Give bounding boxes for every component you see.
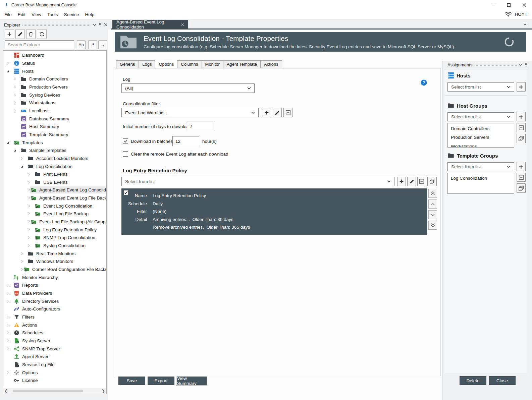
tree-item-corner-bowl-configuration-file-backup[interactable]: Corner Bowl Configuration File Backup bbox=[3, 266, 106, 274]
menu-service[interactable]: Service bbox=[61, 10, 82, 19]
tree-item-data-providers[interactable]: Data Providers bbox=[3, 289, 106, 297]
tree-item-event-log-consolidation[interactable]: Event Log Consolidation bbox=[3, 202, 106, 210]
tab-list-chevron-icon[interactable] bbox=[523, 23, 527, 25]
log-combo[interactable]: (All) bbox=[121, 83, 255, 93]
template-groups-combo[interactable]: Select from list bbox=[447, 162, 514, 171]
tree-expanded-arrow-icon[interactable] bbox=[13, 149, 20, 152]
menu-edit[interactable]: Edit bbox=[15, 10, 29, 19]
tree-item-localhost[interactable]: Localhost bbox=[3, 107, 106, 115]
tree-item-monitor-hierarchy[interactable]: Monitor Hierarchy bbox=[3, 273, 106, 281]
list-item-production-servers[interactable]: Production Servers bbox=[448, 133, 514, 142]
menu-file[interactable]: File bbox=[1, 10, 15, 19]
search-go-button[interactable]: → bbox=[98, 40, 107, 49]
tree-collapsed-arrow-icon[interactable] bbox=[6, 299, 13, 303]
tab-agent-template[interactable]: Agent Template bbox=[223, 60, 261, 68]
retention-combo[interactable]: Select from list bbox=[121, 177, 394, 186]
host-groups-combo[interactable]: Select from list bbox=[447, 112, 514, 121]
tree-item-sample-templates[interactable]: Sample Templates bbox=[3, 147, 106, 155]
consolidation-filter-combo[interactable]: Event Log Warning + bbox=[121, 108, 259, 117]
explorer-close-icon[interactable] bbox=[104, 23, 107, 26]
tree-item-snmp-trap-consolidation[interactable]: SNMP Trap Consolidation bbox=[3, 234, 106, 242]
tree-horizontal-scrollbar[interactable]: ❮ ❯ bbox=[3, 388, 106, 394]
tree-collapsed-arrow-icon[interactable] bbox=[6, 339, 13, 343]
explorer-edit-button[interactable] bbox=[15, 29, 25, 39]
tree-item-license[interactable]: License bbox=[3, 377, 106, 385]
move-top-button[interactable] bbox=[428, 189, 437, 198]
tree-item-log-consolidation[interactable]: Log Consolidation bbox=[3, 162, 106, 170]
tree-collapsed-arrow-icon[interactable] bbox=[6, 61, 13, 65]
tree-collapsed-arrow-icon[interactable] bbox=[28, 228, 34, 232]
list-item-log-consolidation[interactable]: Log Consolidation bbox=[448, 174, 514, 183]
tree-item-directory-services[interactable]: Directory Services bbox=[3, 297, 106, 305]
tree-collapsed-arrow-icon[interactable] bbox=[13, 85, 20, 89]
retention-item-checkbox[interactable] bbox=[123, 190, 128, 195]
tree-collapsed-arrow-icon[interactable] bbox=[28, 180, 34, 184]
tree-item-schedules[interactable]: Schedules bbox=[3, 329, 106, 337]
tree-item-options[interactable]: Options bbox=[3, 368, 106, 377]
tree-collapsed-arrow-icon[interactable] bbox=[20, 252, 27, 255]
scroll-left-arrow[interactable]: ❮ bbox=[3, 388, 9, 394]
tree-collapsed-arrow-icon[interactable] bbox=[6, 347, 13, 351]
scroll-right-arrow[interactable]: ❯ bbox=[101, 388, 106, 394]
template-groups-remove-button[interactable] bbox=[517, 173, 526, 182]
host-groups-copy-button[interactable] bbox=[517, 134, 526, 143]
retention-remove-button[interactable] bbox=[417, 177, 426, 186]
scroll-thumb[interactable] bbox=[13, 390, 83, 392]
document-tab[interactable]: Agent-Based Event Log Consolidation bbox=[112, 20, 188, 29]
list-item-workstations[interactable]: Workstations bbox=[448, 142, 514, 148]
tree-item-real-time-monitors[interactable]: Real-Time Monitors bbox=[3, 249, 106, 258]
move-bottom-button[interactable] bbox=[428, 221, 437, 230]
tree-collapsed-arrow-icon[interactable] bbox=[20, 260, 27, 263]
tree-item-print-events[interactable]: Print Events bbox=[3, 170, 106, 178]
tree-item-hosts[interactable]: Hosts bbox=[3, 67, 106, 75]
template-groups-add-button[interactable] bbox=[517, 162, 526, 171]
tree-item-snmp-trap-server[interactable]: SNMP Trap Server bbox=[3, 345, 106, 353]
tree-expanded-arrow-icon[interactable] bbox=[6, 141, 13, 144]
tree-item-production-servers[interactable]: Production Servers bbox=[3, 83, 106, 91]
tree-item-workstations[interactable]: Workstations bbox=[3, 99, 106, 107]
tree-collapsed-arrow-icon[interactable] bbox=[13, 101, 20, 105]
tree-expanded-arrow-icon[interactable] bbox=[20, 165, 27, 168]
tree-collapsed-arrow-icon[interactable] bbox=[28, 220, 30, 224]
minimize-button[interactable] bbox=[486, 0, 501, 10]
tree-item-syslog-server[interactable]: Syslog Server bbox=[3, 337, 106, 345]
move-up-button[interactable] bbox=[428, 199, 437, 209]
delete-button[interactable]: Delete bbox=[460, 376, 486, 385]
clear-remote-checkbox[interactable] bbox=[123, 151, 128, 157]
filter-add-button[interactable] bbox=[262, 108, 271, 117]
tree-item-agent-based-event-log-consolidation[interactable]: Agent-Based Event Log Consolidation bbox=[3, 186, 106, 194]
tab-monitor[interactable]: Monitor bbox=[202, 60, 223, 68]
host-groups-add-button[interactable] bbox=[517, 112, 526, 121]
tab-close-icon[interactable] bbox=[181, 23, 184, 26]
initial-days-input[interactable] bbox=[187, 121, 213, 131]
retention-selected-item[interactable]: NameLog Entry Retention PolicyScheduleDa… bbox=[121, 188, 427, 235]
explorer-chevron-down-icon[interactable] bbox=[93, 24, 96, 26]
assignments-pin-icon[interactable] bbox=[524, 63, 528, 67]
tree-collapsed-arrow-icon[interactable] bbox=[28, 172, 34, 176]
tree-collapsed-arrow-icon[interactable] bbox=[13, 93, 20, 97]
move-down-button[interactable] bbox=[428, 210, 437, 219]
explorer-add-button[interactable] bbox=[5, 29, 14, 39]
tree-item-agent-based-event-log-file-backup[interactable]: Agent-Based Event Log File Backup bbox=[3, 194, 106, 202]
tree-item-domain-controllers[interactable]: Domain Controllers bbox=[3, 75, 106, 83]
close-window-button[interactable] bbox=[517, 0, 532, 10]
tree-item-service-log-file[interactable]: Service Log File bbox=[3, 361, 106, 369]
menu-view[interactable]: View bbox=[29, 10, 44, 19]
menu-help[interactable]: Help bbox=[82, 10, 98, 19]
tree-collapsed-arrow-icon[interactable] bbox=[28, 212, 34, 216]
tree-collapsed-arrow-icon[interactable] bbox=[28, 196, 30, 200]
tab-general[interactable]: General bbox=[116, 60, 139, 68]
template-groups-copy-button[interactable] bbox=[517, 183, 526, 193]
assignments-chevron-down-icon[interactable] bbox=[519, 64, 522, 66]
tree-item-host-summary[interactable]: Host Summary bbox=[3, 123, 106, 131]
tree-item-template-summary[interactable]: Template Summary bbox=[3, 131, 106, 139]
explorer-pin-icon[interactable] bbox=[98, 23, 102, 27]
tree-item-filters[interactable]: Filters bbox=[3, 313, 106, 321]
tab-actions[interactable]: Actions bbox=[261, 60, 282, 68]
close-button[interactable]: Close bbox=[489, 376, 516, 385]
tree-item-syslog-devices[interactable]: Syslog Devices bbox=[3, 91, 106, 99]
tree-collapsed-arrow-icon[interactable] bbox=[6, 291, 13, 295]
tree-collapsed-arrow-icon[interactable] bbox=[13, 109, 20, 113]
list-item-domain-controllers[interactable]: Domain Controllers bbox=[448, 124, 514, 133]
tree-item-reports[interactable]: Reports bbox=[3, 281, 106, 289]
